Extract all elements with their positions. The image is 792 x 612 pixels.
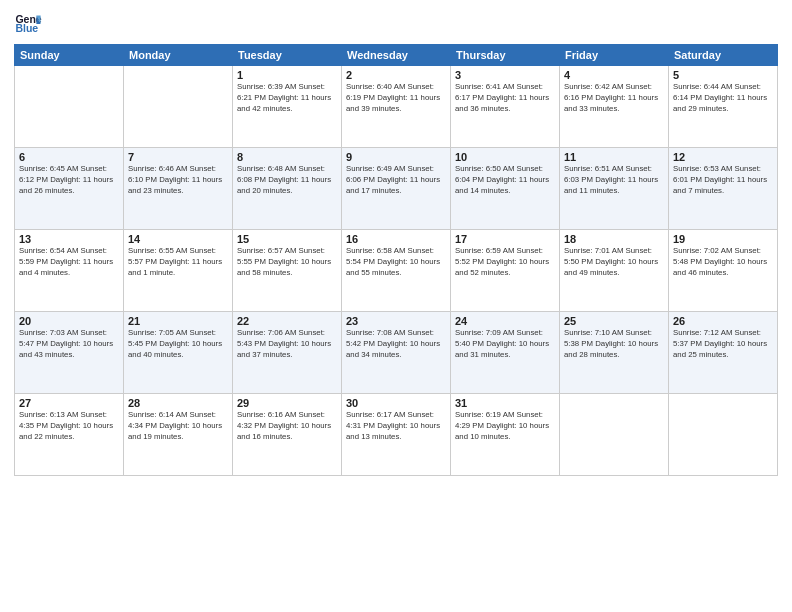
day-info: Sunrise: 7:03 AM Sunset: 5:47 PM Dayligh… [19,328,119,361]
weekday-header: Monday [124,45,233,66]
calendar-cell: 30Sunrise: 6:17 AM Sunset: 4:31 PM Dayli… [342,394,451,476]
weekday-header: Tuesday [233,45,342,66]
calendar-cell: 25Sunrise: 7:10 AM Sunset: 5:38 PM Dayli… [560,312,669,394]
day-number: 7 [128,151,228,163]
day-info: Sunrise: 6:41 AM Sunset: 6:17 PM Dayligh… [455,82,555,115]
day-number: 3 [455,69,555,81]
calendar-cell: 2Sunrise: 6:40 AM Sunset: 6:19 PM Daylig… [342,66,451,148]
weekday-header: Saturday [669,45,778,66]
day-number: 30 [346,397,446,409]
calendar-cell [669,394,778,476]
calendar-week-row: 27Sunrise: 6:13 AM Sunset: 4:35 PM Dayli… [15,394,778,476]
day-info: Sunrise: 7:05 AM Sunset: 5:45 PM Dayligh… [128,328,228,361]
day-info: Sunrise: 6:42 AM Sunset: 6:16 PM Dayligh… [564,82,664,115]
day-info: Sunrise: 6:50 AM Sunset: 6:04 PM Dayligh… [455,164,555,197]
weekday-header: Thursday [451,45,560,66]
calendar-cell: 4Sunrise: 6:42 AM Sunset: 6:16 PM Daylig… [560,66,669,148]
calendar-week-row: 20Sunrise: 7:03 AM Sunset: 5:47 PM Dayli… [15,312,778,394]
calendar-cell: 1Sunrise: 6:39 AM Sunset: 6:21 PM Daylig… [233,66,342,148]
calendar-cell [124,66,233,148]
day-number: 10 [455,151,555,163]
calendar-cell: 21Sunrise: 7:05 AM Sunset: 5:45 PM Dayli… [124,312,233,394]
calendar-cell: 8Sunrise: 6:48 AM Sunset: 6:08 PM Daylig… [233,148,342,230]
day-number: 24 [455,315,555,327]
calendar-cell: 3Sunrise: 6:41 AM Sunset: 6:17 PM Daylig… [451,66,560,148]
day-number: 9 [346,151,446,163]
calendar-cell: 6Sunrise: 6:45 AM Sunset: 6:12 PM Daylig… [15,148,124,230]
day-info: Sunrise: 6:16 AM Sunset: 4:32 PM Dayligh… [237,410,337,443]
day-info: Sunrise: 6:59 AM Sunset: 5:52 PM Dayligh… [455,246,555,279]
calendar-cell [15,66,124,148]
day-number: 14 [128,233,228,245]
logo-icon: General Blue [14,10,42,38]
day-number: 15 [237,233,337,245]
calendar-week-row: 13Sunrise: 6:54 AM Sunset: 5:59 PM Dayli… [15,230,778,312]
day-number: 21 [128,315,228,327]
weekday-header: Wednesday [342,45,451,66]
day-number: 27 [19,397,119,409]
page: General Blue SundayMondayTuesdayWednesda… [0,0,792,612]
calendar-cell: 13Sunrise: 6:54 AM Sunset: 5:59 PM Dayli… [15,230,124,312]
day-info: Sunrise: 7:09 AM Sunset: 5:40 PM Dayligh… [455,328,555,361]
day-info: Sunrise: 6:45 AM Sunset: 6:12 PM Dayligh… [19,164,119,197]
calendar-cell: 24Sunrise: 7:09 AM Sunset: 5:40 PM Dayli… [451,312,560,394]
day-info: Sunrise: 6:57 AM Sunset: 5:55 PM Dayligh… [237,246,337,279]
weekday-header: Friday [560,45,669,66]
day-number: 31 [455,397,555,409]
calendar-cell: 27Sunrise: 6:13 AM Sunset: 4:35 PM Dayli… [15,394,124,476]
calendar-cell: 17Sunrise: 6:59 AM Sunset: 5:52 PM Dayli… [451,230,560,312]
day-info: Sunrise: 6:54 AM Sunset: 5:59 PM Dayligh… [19,246,119,279]
day-number: 25 [564,315,664,327]
day-number: 5 [673,69,773,81]
calendar-cell: 19Sunrise: 7:02 AM Sunset: 5:48 PM Dayli… [669,230,778,312]
day-info: Sunrise: 7:12 AM Sunset: 5:37 PM Dayligh… [673,328,773,361]
day-info: Sunrise: 7:08 AM Sunset: 5:42 PM Dayligh… [346,328,446,361]
day-number: 11 [564,151,664,163]
calendar-cell: 14Sunrise: 6:55 AM Sunset: 5:57 PM Dayli… [124,230,233,312]
weekday-header-row: SundayMondayTuesdayWednesdayThursdayFrid… [15,45,778,66]
calendar-week-row: 6Sunrise: 6:45 AM Sunset: 6:12 PM Daylig… [15,148,778,230]
day-info: Sunrise: 6:55 AM Sunset: 5:57 PM Dayligh… [128,246,228,279]
day-info: Sunrise: 6:46 AM Sunset: 6:10 PM Dayligh… [128,164,228,197]
day-number: 13 [19,233,119,245]
day-info: Sunrise: 6:53 AM Sunset: 6:01 PM Dayligh… [673,164,773,197]
calendar-cell: 16Sunrise: 6:58 AM Sunset: 5:54 PM Dayli… [342,230,451,312]
calendar-cell: 26Sunrise: 7:12 AM Sunset: 5:37 PM Dayli… [669,312,778,394]
day-info: Sunrise: 6:39 AM Sunset: 6:21 PM Dayligh… [237,82,337,115]
weekday-header: Sunday [15,45,124,66]
day-number: 6 [19,151,119,163]
day-number: 17 [455,233,555,245]
day-number: 22 [237,315,337,327]
day-info: Sunrise: 7:06 AM Sunset: 5:43 PM Dayligh… [237,328,337,361]
day-info: Sunrise: 7:01 AM Sunset: 5:50 PM Dayligh… [564,246,664,279]
day-info: Sunrise: 6:58 AM Sunset: 5:54 PM Dayligh… [346,246,446,279]
day-number: 18 [564,233,664,245]
day-number: 23 [346,315,446,327]
day-info: Sunrise: 6:49 AM Sunset: 6:06 PM Dayligh… [346,164,446,197]
calendar-cell: 11Sunrise: 6:51 AM Sunset: 6:03 PM Dayli… [560,148,669,230]
calendar-cell: 29Sunrise: 6:16 AM Sunset: 4:32 PM Dayli… [233,394,342,476]
day-info: Sunrise: 6:17 AM Sunset: 4:31 PM Dayligh… [346,410,446,443]
day-info: Sunrise: 6:19 AM Sunset: 4:29 PM Dayligh… [455,410,555,443]
calendar-cell: 12Sunrise: 6:53 AM Sunset: 6:01 PM Dayli… [669,148,778,230]
calendar-cell: 31Sunrise: 6:19 AM Sunset: 4:29 PM Dayli… [451,394,560,476]
day-info: Sunrise: 7:02 AM Sunset: 5:48 PM Dayligh… [673,246,773,279]
day-number: 4 [564,69,664,81]
day-info: Sunrise: 6:48 AM Sunset: 6:08 PM Dayligh… [237,164,337,197]
calendar-cell: 7Sunrise: 6:46 AM Sunset: 6:10 PM Daylig… [124,148,233,230]
svg-text:Blue: Blue [15,22,38,34]
day-info: Sunrise: 6:44 AM Sunset: 6:14 PM Dayligh… [673,82,773,115]
day-number: 2 [346,69,446,81]
calendar-cell: 9Sunrise: 6:49 AM Sunset: 6:06 PM Daylig… [342,148,451,230]
calendar-cell: 5Sunrise: 6:44 AM Sunset: 6:14 PM Daylig… [669,66,778,148]
calendar-cell: 10Sunrise: 6:50 AM Sunset: 6:04 PM Dayli… [451,148,560,230]
day-number: 16 [346,233,446,245]
day-number: 20 [19,315,119,327]
day-info: Sunrise: 6:40 AM Sunset: 6:19 PM Dayligh… [346,82,446,115]
day-info: Sunrise: 6:51 AM Sunset: 6:03 PM Dayligh… [564,164,664,197]
day-info: Sunrise: 6:13 AM Sunset: 4:35 PM Dayligh… [19,410,119,443]
day-number: 29 [237,397,337,409]
day-number: 8 [237,151,337,163]
day-number: 12 [673,151,773,163]
calendar-cell: 23Sunrise: 7:08 AM Sunset: 5:42 PM Dayli… [342,312,451,394]
